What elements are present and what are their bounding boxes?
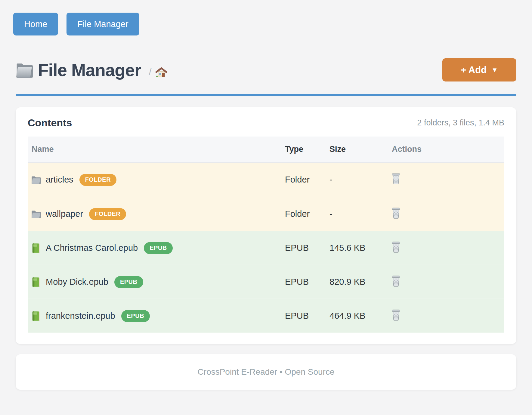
contents-summary: 2 folders, 3 files, 1.4 MB xyxy=(417,118,504,128)
page-title: File Manager xyxy=(38,61,141,79)
file-name[interactable]: wallpaper xyxy=(46,209,83,219)
chevron-down-icon: ▼ xyxy=(491,66,498,74)
table-row: wallpaper FOLDER Folder - xyxy=(28,197,504,231)
file-name[interactable]: Moby Dick.epub xyxy=(46,277,108,287)
column-header-actions: Actions xyxy=(389,145,504,154)
file-type: EPUB xyxy=(285,311,329,321)
file-type: Folder xyxy=(285,209,329,219)
top-nav: Home File Manager xyxy=(13,13,516,35)
table-row: Moby Dick.epub EPUB EPUB 820.9 KB xyxy=(28,265,504,299)
page: Home File Manager File Manager / xyxy=(0,0,532,390)
file-size: 145.6 KB xyxy=(329,243,389,253)
wastebasket-icon xyxy=(392,275,400,287)
wastebasket-icon xyxy=(392,241,400,253)
nav-button-file-manager[interactable]: File Manager xyxy=(66,13,139,35)
book-icon xyxy=(31,277,41,287)
folder-icon xyxy=(16,61,33,79)
breadcrumb-home-icon[interactable] xyxy=(156,67,167,78)
file-type-badge: EPUB xyxy=(121,310,150,322)
file-size: 464.9 KB xyxy=(329,311,389,321)
add-button[interactable]: + Add ▼ xyxy=(442,58,516,81)
table-header-row: Name Type Size Actions xyxy=(28,137,504,163)
delete-button[interactable] xyxy=(392,309,400,321)
table-body: articles FOLDER Folder - xyxy=(28,163,504,333)
table-row: frankenstein.epub EPUB EPUB 464.9 KB xyxy=(28,299,504,333)
contents-card-header: Contents 2 folders, 3 files, 1.4 MB xyxy=(28,116,504,137)
title-divider xyxy=(16,94,516,96)
file-type: Folder xyxy=(285,175,329,185)
file-type-badge: FOLDER xyxy=(79,174,116,186)
delete-button[interactable] xyxy=(392,207,400,219)
delete-button[interactable] xyxy=(392,241,400,253)
folder-icon xyxy=(31,209,41,219)
column-header-size: Size xyxy=(329,145,389,154)
file-name[interactable]: frankenstein.epub xyxy=(46,311,115,321)
nav-button-home[interactable]: Home xyxy=(13,13,58,35)
wastebasket-icon xyxy=(392,207,400,219)
add-button-label: + Add xyxy=(461,65,487,75)
contents-title: Contents xyxy=(28,117,72,129)
book-icon xyxy=(31,243,41,253)
footer-text: CrossPoint E-Reader • Open Source xyxy=(198,367,335,377)
file-name[interactable]: A Christmas Carol.epub xyxy=(46,243,138,253)
file-size: 820.9 KB xyxy=(329,277,389,287)
file-size: - xyxy=(329,175,389,185)
folder-icon xyxy=(31,175,41,185)
file-name[interactable]: articles xyxy=(46,175,73,185)
file-type: EPUB xyxy=(285,243,329,253)
title-group: File Manager / xyxy=(16,61,167,79)
contents-card: Contents 2 folders, 3 files, 1.4 MB Name… xyxy=(16,107,516,344)
table-row: A Christmas Carol.epub EPUB EPUB 145.6 K… xyxy=(28,231,504,265)
footer: CrossPoint E-Reader • Open Source xyxy=(16,354,516,390)
file-type-badge: EPUB xyxy=(114,276,143,288)
wastebasket-icon xyxy=(392,172,400,185)
file-size: - xyxy=(329,209,389,219)
delete-button[interactable] xyxy=(392,275,400,287)
file-type-badge: EPUB xyxy=(144,242,173,254)
delete-button[interactable] xyxy=(392,172,400,185)
breadcrumb-separator: / xyxy=(149,66,152,78)
book-icon xyxy=(31,311,41,321)
wastebasket-icon xyxy=(392,309,400,321)
page-header: File Manager / + Add ▼ xyxy=(16,58,516,81)
column-header-name: Name xyxy=(28,145,285,154)
file-type: EPUB xyxy=(285,277,329,287)
file-table: Name Type Size Actions articles FOLDER F… xyxy=(28,137,504,333)
table-row: articles FOLDER Folder - xyxy=(28,163,504,197)
file-type-badge: FOLDER xyxy=(89,208,126,220)
column-header-type: Type xyxy=(285,145,329,154)
